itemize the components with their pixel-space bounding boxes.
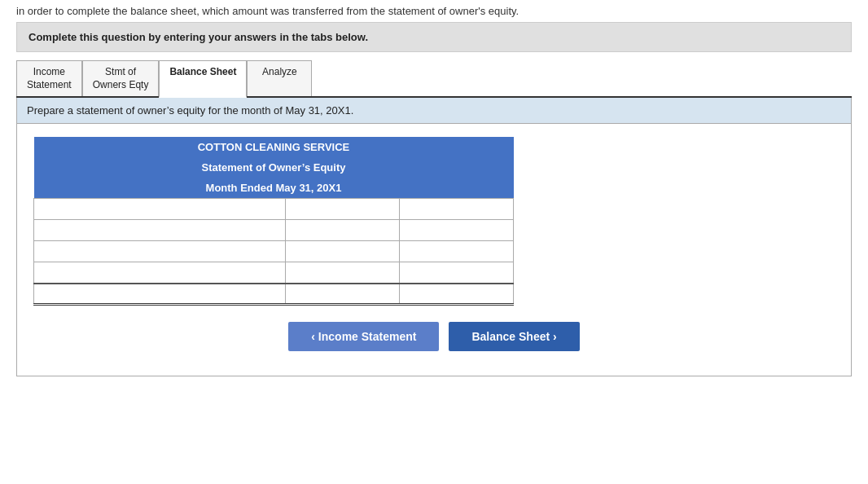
- row4-col1-input[interactable]: [34, 262, 285, 283]
- table-section: COTTON CLEANING SERVICE Statement of Own…: [17, 124, 851, 376]
- instruction-bar: Complete this question by entering your …: [16, 22, 852, 52]
- statement-period: Month Ended May 31, 20X1: [34, 178, 514, 199]
- row1-col2-input[interactable]: [286, 199, 399, 219]
- row2-col1-input[interactable]: [34, 220, 285, 240]
- bottom-nav: ‹ Income Statement Balance Sheet ›: [33, 322, 835, 351]
- row5-col1-input[interactable]: [34, 284, 285, 304]
- instruction-text: Complete this question by entering your …: [28, 31, 368, 43]
- row5-col3[interactable]: [400, 284, 514, 305]
- table-row: [34, 220, 514, 241]
- row4-col2-input[interactable]: [286, 262, 399, 283]
- tab-stmt-owners-eqty[interactable]: Stmt of Owners Eqty: [82, 60, 160, 96]
- row5-col2-input[interactable]: [286, 284, 399, 304]
- table-row: [34, 199, 514, 220]
- row5-col2[interactable]: [286, 284, 400, 305]
- top-text-content: in order to complete the balance sheet, …: [16, 5, 519, 17]
- content-area: Prepare a statement of owner’s equity fo…: [16, 98, 852, 376]
- row1-col3-input[interactable]: [400, 199, 513, 219]
- row1-col2[interactable]: [286, 199, 400, 220]
- row3-col2-input[interactable]: [286, 241, 399, 262]
- row2-col2-input[interactable]: [286, 220, 399, 240]
- prepare-text: Prepare a statement of owner’s equity fo…: [27, 104, 353, 117]
- tab-income-statement[interactable]: Income Statement: [16, 60, 82, 96]
- row4-col2[interactable]: [286, 262, 400, 284]
- row3-col2[interactable]: [286, 241, 400, 262]
- row2-col1[interactable]: [34, 220, 286, 241]
- row5-col3-input[interactable]: [400, 284, 513, 304]
- row1-col3[interactable]: [400, 199, 514, 220]
- prepare-bar: Prepare a statement of owner’s equity fo…: [17, 98, 851, 124]
- tab-balance-sheet[interactable]: Balance Sheet: [159, 60, 247, 98]
- table-row: [34, 262, 514, 284]
- row1-col1-input[interactable]: [34, 199, 285, 219]
- row1-col1[interactable]: [34, 199, 286, 220]
- row4-col3-input[interactable]: [400, 262, 513, 283]
- tabs-row: Income Statement Stmt of Owners Eqty Bal…: [16, 60, 852, 98]
- table-row: [34, 241, 514, 262]
- row4-col1[interactable]: [34, 262, 286, 284]
- company-name: COTTON CLEANING SERVICE: [34, 137, 514, 157]
- tab-analyze[interactable]: Analyze: [247, 60, 312, 96]
- page-wrapper: in order to complete the balance sheet, …: [0, 0, 868, 484]
- row5-col1[interactable]: [34, 284, 286, 305]
- statement-table: COTTON CLEANING SERVICE Statement of Own…: [33, 137, 514, 306]
- row2-col3-input[interactable]: [400, 220, 513, 240]
- row3-col1[interactable]: [34, 241, 286, 262]
- statement-title: Statement of Owner’s Equity: [34, 157, 514, 178]
- row2-col2[interactable]: [286, 220, 400, 241]
- table-row: [34, 284, 514, 305]
- prev-button[interactable]: ‹ Income Statement: [288, 322, 439, 351]
- row4-col3[interactable]: [400, 262, 514, 284]
- row2-col3[interactable]: [400, 220, 514, 241]
- row3-col1-input[interactable]: [34, 241, 285, 262]
- row3-col3-input[interactable]: [400, 241, 513, 262]
- row3-col3[interactable]: [400, 241, 514, 262]
- top-text: in order to complete the balance sheet, …: [0, 0, 868, 22]
- next-button[interactable]: Balance Sheet ›: [449, 322, 579, 351]
